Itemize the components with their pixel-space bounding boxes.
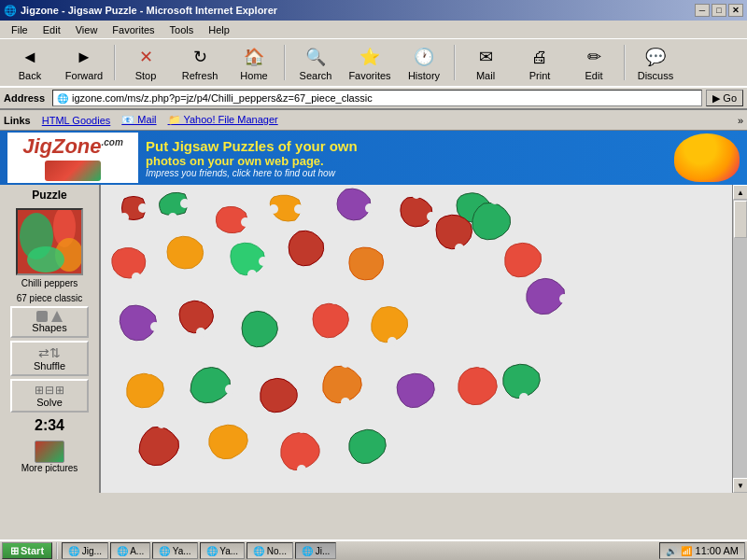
pepper-thumbnail-small: [45, 161, 101, 181]
system-tray: 🔊 📶 11:00 AM: [659, 542, 745, 559]
svg-point-35: [519, 393, 529, 402]
search-icon: 🔍: [303, 44, 329, 70]
taskbar: ⊞ Start 🌐 Jig... 🌐 A... 🌐 Ya... 🌐 Ya... …: [0, 539, 747, 560]
stop-button[interactable]: ✕ Stop: [120, 41, 172, 84]
browser-content: JigZone.com Put Jigsaw Puzzles of your o…: [0, 131, 747, 493]
banner-cta: Impress you friends, click here to find …: [146, 168, 674, 178]
more-pictures-label: More pictures: [21, 463, 78, 473]
edit-button[interactable]: ✏ Edit: [568, 41, 620, 84]
banner-text: Put Jigsaw Puzzles of your own photos on…: [146, 138, 674, 178]
taskbar-item-6[interactable]: 🌐 Ji...: [295, 542, 336, 559]
back-icon: ◄: [17, 44, 43, 70]
svg-point-32: [341, 358, 350, 368]
banner-ad[interactable]: JigZone.com Put Jigsaw Puzzles of your o…: [0, 131, 747, 185]
maximize-button[interactable]: □: [712, 4, 726, 17]
go-button[interactable]: ▶ Go: [706, 90, 743, 106]
menu-edit[interactable]: Edit: [35, 22, 68, 37]
svg-point-34: [476, 358, 486, 368]
discuss-button[interactable]: 💬 Discuss: [629, 41, 682, 84]
square-icon: [36, 311, 48, 322]
separator-4: [624, 45, 626, 80]
link-html-goodies[interactable]: HTML Goodies: [42, 115, 111, 126]
svg-point-6: [120, 213, 129, 222]
svg-point-22: [196, 292, 205, 301]
jigzone-logo: JigZone.com: [22, 134, 123, 159]
back-button[interactable]: ◄ Back: [4, 41, 56, 84]
shuffle-button[interactable]: ⇄⇅ Shuffle: [10, 341, 89, 376]
history-label: History: [408, 70, 440, 81]
scroll-track[interactable]: [733, 200, 747, 478]
discuss-icon: 💬: [642, 44, 669, 70]
clock: 11:00 AM: [696, 545, 739, 556]
toolbar: ◄ Back ► Forward ✕ Stop ↻ Refresh 🏠 Home…: [0, 39, 747, 88]
menu-tools[interactable]: Tools: [162, 22, 202, 37]
link-yahoo-file-manager[interactable]: 📁 Yahoo! File Manager: [168, 114, 278, 126]
edit-label: Edit: [585, 70, 603, 81]
svg-point-36: [157, 419, 166, 428]
svg-point-8: [168, 213, 177, 222]
minimize-button[interactable]: ─: [695, 4, 710, 17]
svg-point-38: [297, 465, 306, 474]
menu-view[interactable]: View: [68, 22, 106, 37]
shapes-label: Shapes: [32, 322, 66, 333]
stop-icon: ✕: [133, 44, 159, 70]
menu-bar: File Edit View Favorites Tools Help: [0, 21, 747, 39]
print-button[interactable]: 🖨 Print: [514, 41, 566, 84]
shapes-button[interactable]: Shapes: [10, 306, 89, 338]
scroll-down-button[interactable]: ▼: [733, 478, 747, 493]
scroll-thumb[interactable]: [734, 201, 747, 238]
print-label: Print: [529, 70, 551, 81]
svg-point-4: [27, 246, 64, 273]
banner-person: [674, 133, 740, 182]
svg-point-7: [180, 199, 190, 208]
separator-2: [284, 45, 286, 80]
solve-button[interactable]: ⊞⊟⊞ Solve: [10, 379, 89, 413]
taskbar-item-5[interactable]: 🌐 No...: [247, 542, 293, 559]
puzzle-canvas[interactable]: [101, 185, 732, 493]
refresh-label: Refresh: [182, 70, 218, 81]
discuss-label: Discuss: [638, 70, 674, 81]
search-button[interactable]: 🔍 Search: [289, 41, 342, 84]
menu-favorites[interactable]: Favorites: [105, 22, 162, 37]
menu-help[interactable]: Help: [201, 22, 237, 37]
puzzle-area[interactable]: [101, 185, 732, 493]
svg-point-24: [330, 295, 339, 304]
links-expand[interactable]: »: [738, 115, 743, 126]
close-button[interactable]: ✕: [728, 4, 743, 17]
separator-3: [454, 45, 456, 80]
history-button[interactable]: 🕐 History: [398, 41, 450, 84]
taskbar-item-4[interactable]: 🌐 Ya...: [200, 542, 245, 559]
shapes-icon: [36, 311, 63, 322]
home-icon: 🏠: [241, 44, 267, 70]
home-button[interactable]: 🏠 Home: [228, 41, 280, 84]
title-bar-controls: ─ □ ✕: [695, 4, 743, 17]
title-bar: 🌐 Jigzone - Jigsaw Puzzle - Microsoft In…: [0, 0, 747, 21]
svg-point-37: [297, 424, 306, 433]
forward-button[interactable]: ► Forward: [58, 41, 110, 84]
svg-point-5: [138, 203, 148, 213]
forward-icon: ►: [71, 44, 97, 70]
scroll-up-button[interactable]: ▲: [733, 185, 747, 200]
address-input[interactable]: [72, 92, 698, 104]
favorites-button[interactable]: ⭐ Favorites: [344, 41, 396, 84]
link-mail[interactable]: 📧 Mail: [121, 114, 156, 126]
taskbar-item-3[interactable]: 🌐 Ya...: [152, 542, 197, 559]
shuffle-icon: ⇄⇅: [38, 345, 61, 360]
more-pictures-button[interactable]: More pictures: [21, 441, 78, 473]
sidebar: Puzzle Chilli peppers 67 piece classic: [0, 185, 101, 493]
address-input-wrap: 🌐: [52, 90, 702, 106]
refresh-button[interactable]: ↻ Refresh: [174, 41, 226, 84]
taskbar-item-2[interactable]: 🌐 A...: [110, 542, 150, 559]
start-button[interactable]: ⊞ Start: [2, 542, 52, 559]
taskbar-item-1[interactable]: 🌐 Jig...: [62, 542, 108, 559]
mail-label: Mail: [476, 70, 495, 81]
banner-photo: [674, 133, 740, 182]
vertical-scrollbar[interactable]: ▲ ▼: [732, 185, 747, 493]
menu-file[interactable]: File: [4, 22, 35, 37]
content-body: Puzzle Chilli peppers 67 piece classic: [0, 185, 747, 493]
mail-button[interactable]: ✉ Mail: [459, 41, 512, 84]
svg-point-15: [132, 273, 141, 282]
start-label: Start: [21, 545, 44, 556]
svg-point-10: [294, 204, 303, 214]
timer: 2:34: [35, 417, 64, 434]
